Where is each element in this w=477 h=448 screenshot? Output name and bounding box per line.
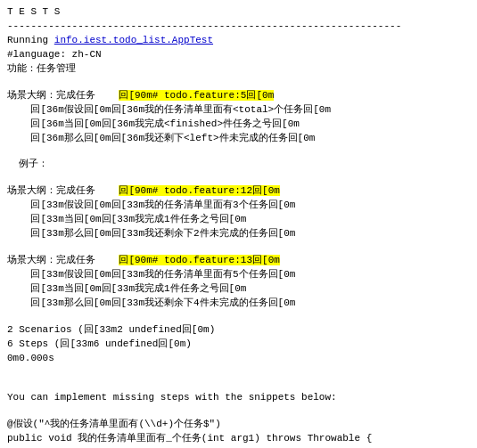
feature-ref-1: 回[90m# todo.feature:5回[0m — [119, 90, 274, 101]
line-examples-label: 例子： — [7, 158, 470, 172]
line-implement-notice: You can implement missing steps with the… — [7, 391, 470, 405]
line-method-signature: public void 我的任务清单里面有_个任务(int arg1) thro… — [7, 432, 470, 446]
apptest-link[interactable]: info.iest.todo_list.AppTest — [54, 35, 213, 45]
line-step-1-2: 回[36m当回[0m回[36m我完成<finished>件任务之号回[0m — [7, 118, 470, 132]
line-step-3-2: 回[33m当回[0m回[33m我完成1件任务之号回[0m — [7, 282, 470, 297]
line-time: 0m0.000s — [7, 352, 470, 366]
line-step-3-3: 回[33m那么回[0m回[33m我还剩余下4件未完成的任务回[0m — [7, 297, 470, 311]
line-empty-6 — [7, 366, 470, 379]
line-scenario-outline-3: 场景大纲：完成任务 回[90m# todo.feature:13回[0m — [7, 254, 470, 268]
line-separator: ----------------------------------------… — [7, 20, 470, 34]
line-empty-1 — [7, 77, 470, 89]
terminal-output: T E S T S ------------------------------… — [0, 0, 477, 448]
line-empty-3 — [7, 172, 470, 184]
line-annotation: @假设("^我的任务清单里面有(\\d+)个任务$") — [7, 418, 470, 432]
line-empty-5 — [7, 311, 470, 323]
line-feature-title: 功能：任务管理 — [7, 62, 470, 77]
line-step-2-3: 回[33m那么回[0m回[33m我还剩余下2件未完成的任务回[0m — [7, 227, 470, 241]
line-empty-4 — [7, 241, 470, 254]
line-tests: T E S T S — [7, 5, 470, 20]
line-running: Running info.iest.todo_list.AppTest — [7, 34, 470, 48]
line-step-3-1: 回[33m假设回[0m回[33m我的任务清单里面有5个任务回[0m — [7, 268, 470, 282]
line-empty-7 — [7, 379, 470, 391]
feature-ref-2: 回[90m# todo.feature:12回[0m — [119, 185, 279, 196]
line-scenario-outline-1: 场景大纲：完成任务 回[90m# todo.feature:5回[0m — [7, 89, 470, 103]
line-step-2-1: 回[33m假设回[0m回[33m我的任务清单里面有3个任务回[0m — [7, 199, 470, 213]
line-language: #language: zh-CN — [7, 48, 470, 62]
feature-ref-3: 回[90m# todo.feature:13回[0m — [119, 255, 279, 265]
line-step-1-3: 回[36m那么回[0m回[36m我还剩下<left>件未完成的任务回[0m — [7, 132, 470, 146]
line-step-2-2: 回[33m当回[0m回[33m我完成1件任务之号回[0m — [7, 213, 470, 227]
line-empty-8 — [7, 405, 470, 418]
line-steps-count: 6 Steps (回[33m6 undefined回[0m) — [7, 338, 470, 352]
line-step-1-1: 回[36m假设回[0m回[36m我的任务清单里面有<total>个任务回[0m — [7, 103, 470, 118]
line-scenarios-count: 2 Scenarios (回[33m2 undefined回[0m) — [7, 323, 470, 338]
line-empty-2 — [7, 145, 470, 158]
line-scenario-outline-2: 场景大纲：完成任务 回[90m# todo.feature:12回[0m — [7, 184, 470, 199]
